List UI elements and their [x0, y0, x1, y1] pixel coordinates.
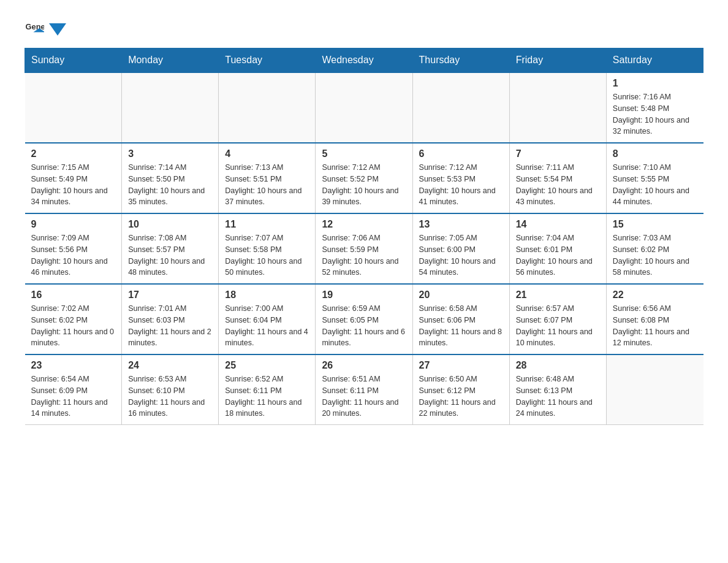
calendar-day-cell: 13Sunrise: 7:05 AMSunset: 6:00 PMDayligh… — [412, 213, 509, 284]
day-info: Sunrise: 6:56 AMSunset: 6:08 PMDaylight:… — [613, 303, 697, 349]
calendar-day-cell: 5Sunrise: 7:12 AMSunset: 5:52 PMDaylight… — [316, 143, 412, 213]
day-number: 18 — [225, 289, 309, 301]
day-info: Sunrise: 7:01 AMSunset: 6:03 PMDaylight:… — [128, 303, 212, 349]
day-number: 26 — [322, 360, 406, 371]
day-info: Sunrise: 7:07 AMSunset: 5:58 PMDaylight:… — [225, 232, 309, 278]
day-info: Sunrise: 6:57 AMSunset: 6:07 PMDaylight:… — [516, 303, 600, 349]
day-info: Sunrise: 6:59 AMSunset: 6:05 PMDaylight:… — [322, 303, 406, 349]
calendar-day-cell — [316, 72, 412, 143]
calendar-day-cell: 26Sunrise: 6:51 AMSunset: 6:11 PMDayligh… — [316, 354, 412, 425]
day-number: 25 — [225, 360, 309, 371]
day-info: Sunrise: 6:48 AMSunset: 6:13 PMDaylight:… — [516, 373, 600, 419]
day-info: Sunrise: 7:08 AMSunset: 5:57 PMDaylight:… — [128, 232, 212, 278]
day-number: 6 — [419, 148, 503, 159]
calendar-day-cell: 6Sunrise: 7:12 AMSunset: 5:53 PMDaylight… — [412, 143, 509, 213]
day-info: Sunrise: 7:06 AMSunset: 5:59 PMDaylight:… — [322, 232, 406, 278]
calendar-day-cell — [25, 72, 122, 143]
day-info: Sunrise: 7:02 AMSunset: 6:02 PMDaylight:… — [31, 303, 116, 349]
calendar-week-row: 23Sunrise: 6:54 AMSunset: 6:09 PMDayligh… — [25, 354, 703, 425]
day-number: 27 — [419, 360, 503, 371]
calendar-day-cell: 22Sunrise: 6:56 AMSunset: 6:08 PMDayligh… — [606, 284, 703, 354]
calendar-header: SundayMondayTuesdayWednesdayThursdayFrid… — [25, 48, 703, 73]
day-info: Sunrise: 7:03 AMSunset: 6:02 PMDaylight:… — [613, 232, 697, 278]
day-info: Sunrise: 7:11 AMSunset: 5:54 PMDaylight:… — [516, 162, 600, 208]
day-number: 24 — [128, 360, 212, 371]
calendar-day-cell: 28Sunrise: 6:48 AMSunset: 6:13 PMDayligh… — [509, 354, 606, 425]
day-info: Sunrise: 7:12 AMSunset: 5:53 PMDaylight:… — [419, 162, 503, 208]
calendar-table: SundayMondayTuesdayWednesdayThursdayFrid… — [25, 48, 703, 425]
calendar-day-cell: 2Sunrise: 7:15 AMSunset: 5:49 PMDaylight… — [25, 143, 122, 213]
logo: General — [25, 18, 66, 38]
day-info: Sunrise: 6:54 AMSunset: 6:09 PMDaylight:… — [31, 373, 116, 419]
day-of-week-header: Tuesday — [219, 48, 316, 73]
page-header: General — [25, 18, 703, 38]
calendar-day-cell — [509, 72, 606, 143]
calendar-week-row: 2Sunrise: 7:15 AMSunset: 5:49 PMDaylight… — [25, 143, 703, 213]
calendar-day-cell: 23Sunrise: 6:54 AMSunset: 6:09 PMDayligh… — [25, 354, 122, 425]
calendar-week-row: 9Sunrise: 7:09 AMSunset: 5:56 PMDaylight… — [25, 213, 703, 284]
day-number: 1 — [613, 78, 697, 89]
calendar-week-row: 1Sunrise: 7:16 AMSunset: 5:48 PMDaylight… — [25, 72, 703, 143]
day-info: Sunrise: 7:13 AMSunset: 5:51 PMDaylight:… — [225, 162, 309, 208]
calendar-body: 1Sunrise: 7:16 AMSunset: 5:48 PMDaylight… — [25, 72, 703, 425]
day-number: 23 — [31, 360, 116, 371]
day-info: Sunrise: 7:16 AMSunset: 5:48 PMDaylight:… — [613, 91, 697, 137]
calendar-day-cell: 10Sunrise: 7:08 AMSunset: 5:57 PMDayligh… — [122, 213, 219, 284]
calendar-day-cell: 3Sunrise: 7:14 AMSunset: 5:50 PMDaylight… — [122, 143, 219, 213]
day-info: Sunrise: 7:05 AMSunset: 6:00 PMDaylight:… — [419, 232, 503, 278]
day-info: Sunrise: 7:15 AMSunset: 5:49 PMDaylight:… — [31, 162, 116, 208]
calendar-day-cell: 24Sunrise: 6:53 AMSunset: 6:10 PMDayligh… — [122, 354, 219, 425]
day-of-week-header: Thursday — [412, 48, 509, 73]
calendar-day-cell: 17Sunrise: 7:01 AMSunset: 6:03 PMDayligh… — [122, 284, 219, 354]
day-number: 2 — [31, 148, 116, 159]
calendar-day-cell: 25Sunrise: 6:52 AMSunset: 6:11 PMDayligh… — [219, 354, 316, 425]
day-info: Sunrise: 7:10 AMSunset: 5:55 PMDaylight:… — [613, 162, 697, 208]
day-of-week-header: Friday — [509, 48, 606, 73]
day-info: Sunrise: 7:09 AMSunset: 5:56 PMDaylight:… — [31, 232, 116, 278]
day-info: Sunrise: 7:12 AMSunset: 5:52 PMDaylight:… — [322, 162, 406, 208]
calendar-day-cell: 9Sunrise: 7:09 AMSunset: 5:56 PMDaylight… — [25, 213, 122, 284]
calendar-day-cell: 7Sunrise: 7:11 AMSunset: 5:54 PMDaylight… — [509, 143, 606, 213]
day-number: 19 — [322, 289, 406, 301]
day-number: 9 — [31, 219, 116, 230]
day-number: 22 — [613, 289, 697, 301]
day-number: 17 — [128, 289, 212, 301]
day-of-week-header: Wednesday — [316, 48, 412, 73]
header-row: SundayMondayTuesdayWednesdayThursdayFrid… — [25, 48, 703, 73]
day-number: 10 — [128, 219, 212, 230]
calendar-day-cell: 8Sunrise: 7:10 AMSunset: 5:55 PMDaylight… — [606, 143, 703, 213]
calendar-day-cell: 27Sunrise: 6:50 AMSunset: 6:12 PMDayligh… — [412, 354, 509, 425]
calendar-day-cell: 11Sunrise: 7:07 AMSunset: 5:58 PMDayligh… — [219, 213, 316, 284]
day-number: 12 — [322, 219, 406, 230]
calendar-day-cell: 12Sunrise: 7:06 AMSunset: 5:59 PMDayligh… — [316, 213, 412, 284]
day-number: 20 — [419, 289, 503, 301]
calendar-day-cell: 15Sunrise: 7:03 AMSunset: 6:02 PMDayligh… — [606, 213, 703, 284]
calendar-week-row: 16Sunrise: 7:02 AMSunset: 6:02 PMDayligh… — [25, 284, 703, 354]
day-number: 13 — [419, 219, 503, 230]
svg-marker-2 — [49, 23, 66, 36]
day-number: 16 — [31, 289, 116, 301]
logo-icon: General — [25, 18, 44, 38]
calendar-day-cell: 1Sunrise: 7:16 AMSunset: 5:48 PMDaylight… — [606, 72, 703, 143]
calendar-day-cell — [412, 72, 509, 143]
day-number: 11 — [225, 219, 309, 230]
calendar-day-cell: 20Sunrise: 6:58 AMSunset: 6:06 PMDayligh… — [412, 284, 509, 354]
calendar-day-cell: 18Sunrise: 7:00 AMSunset: 6:04 PMDayligh… — [219, 284, 316, 354]
day-info: Sunrise: 6:50 AMSunset: 6:12 PMDaylight:… — [419, 373, 503, 419]
day-of-week-header: Monday — [122, 48, 219, 73]
day-number: 8 — [613, 148, 697, 159]
day-number: 5 — [322, 148, 406, 159]
calendar-day-cell — [122, 72, 219, 143]
day-info: Sunrise: 7:00 AMSunset: 6:04 PMDaylight:… — [225, 303, 309, 349]
day-number: 28 — [516, 360, 600, 371]
day-of-week-header: Sunday — [25, 48, 122, 73]
calendar-day-cell — [219, 72, 316, 143]
day-info: Sunrise: 6:53 AMSunset: 6:10 PMDaylight:… — [128, 373, 212, 419]
calendar-day-cell: 21Sunrise: 6:57 AMSunset: 6:07 PMDayligh… — [509, 284, 606, 354]
day-info: Sunrise: 7:04 AMSunset: 6:01 PMDaylight:… — [516, 232, 600, 278]
day-number: 3 — [128, 148, 212, 159]
day-info: Sunrise: 7:14 AMSunset: 5:50 PMDaylight:… — [128, 162, 212, 208]
day-of-week-header: Saturday — [606, 48, 703, 73]
day-info: Sunrise: 6:58 AMSunset: 6:06 PMDaylight:… — [419, 303, 503, 349]
calendar-day-cell: 14Sunrise: 7:04 AMSunset: 6:01 PMDayligh… — [509, 213, 606, 284]
